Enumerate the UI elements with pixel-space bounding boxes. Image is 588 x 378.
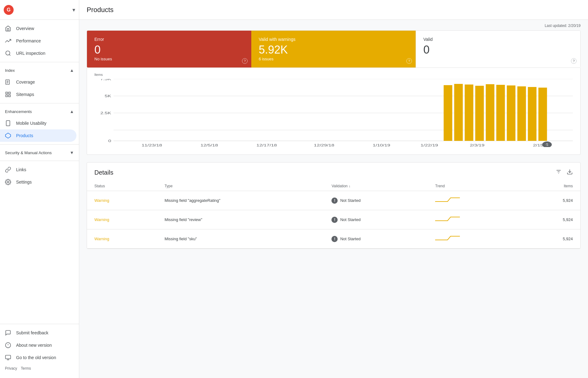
main-content: Products Last updated: 2/20/19 Error 0 N…: [79, 0, 588, 378]
warning-card-help-icon[interactable]: ?: [406, 58, 412, 64]
not-started-icon: !: [331, 236, 338, 242]
nav-divider-2: [0, 103, 79, 103]
page-title: Products: [87, 6, 114, 14]
sidebar-header: G ▾: [0, 0, 79, 20]
sort-icon: ↓: [349, 184, 351, 188]
table-header-row: Status Type Validation ↓ Trend Items: [87, 181, 580, 191]
valid-card[interactable]: Valid 0 ?: [416, 31, 580, 67]
sidebar-chevron-icon[interactable]: ▾: [72, 7, 75, 13]
row-items: 5,924: [521, 229, 580, 249]
row-trend: [428, 229, 521, 249]
sidebar-item-mobile-usability-label: Mobile Usability: [16, 121, 46, 126]
row-trend: [428, 210, 521, 229]
sidebar-item-sitemaps-label: Sitemaps: [16, 92, 34, 97]
warning-card-sub: 6 issues: [259, 57, 408, 61]
sidebar-item-url-inspection[interactable]: URL inspection: [0, 47, 76, 59]
sidebar-item-sitemaps[interactable]: Sitemaps: [0, 88, 76, 101]
valid-card-value: 0: [423, 44, 573, 55]
sidebar-item-about-new-version[interactable]: About new version: [0, 339, 76, 351]
chart-y-label: Items: [94, 73, 573, 76]
chart-svg: 7.5K 5K 2.5K 0: [94, 79, 573, 147]
sidebar-item-products[interactable]: Products: [0, 129, 76, 142]
sidebar-item-products-label: Products: [16, 133, 33, 138]
svg-text:7.5K: 7.5K: [100, 79, 111, 81]
sidebar-item-links[interactable]: Links: [0, 163, 76, 176]
privacy-link[interactable]: Privacy: [5, 366, 17, 371]
index-section-header[interactable]: Index ▲: [0, 65, 79, 76]
details-section: Details: [87, 162, 581, 249]
svg-rect-30: [475, 86, 484, 141]
terms-link[interactable]: Terms: [21, 366, 31, 371]
trend-sparkline: [435, 234, 460, 243]
col-items: Items: [521, 181, 580, 191]
status-cards: Error 0 No issues ? Valid with warnings …: [87, 30, 581, 68]
index-chevron-up-icon: ▲: [70, 68, 74, 73]
error-card-sub: No issues: [94, 57, 244, 61]
sidebar-item-coverage[interactable]: Coverage: [0, 76, 76, 88]
row-validation: !Not Started: [324, 229, 428, 249]
row-status[interactable]: Warning: [87, 229, 157, 249]
table-row[interactable]: WarningMissing field "aggregateRating"!N…: [87, 191, 580, 210]
trend-sparkline: [435, 215, 460, 224]
details-actions: [556, 169, 573, 176]
error-card-help-icon[interactable]: ?: [242, 58, 248, 64]
sidebar-item-settings[interactable]: Settings: [0, 176, 76, 188]
download-icon[interactable]: [567, 169, 573, 176]
error-card-value: 0: [94, 44, 244, 55]
col-validation[interactable]: Validation ↓: [324, 181, 428, 191]
error-card[interactable]: Error 0 No issues ?: [87, 31, 251, 67]
enhancements-section-header[interactable]: Enhancements ▲: [0, 106, 79, 117]
grid-icon: [5, 91, 11, 98]
last-updated: Last updated: 2/20/19: [87, 20, 581, 30]
warning-card[interactable]: Valid with warnings 5.92K 6 issues ?: [251, 31, 416, 67]
security-section-label: Security & Manual Actions: [5, 150, 52, 155]
main-header: Products: [79, 0, 588, 20]
table-row[interactable]: WarningMissing field "sku"!Not Started5,…: [87, 229, 580, 249]
row-status[interactable]: Warning: [87, 191, 157, 210]
col-trend: Trend: [428, 181, 521, 191]
valid-card-help-icon[interactable]: ?: [571, 58, 577, 64]
validation-text: Not Started: [340, 217, 361, 222]
not-started-icon: !: [331, 217, 338, 223]
svg-text:11/23/18: 11/23/18: [141, 143, 162, 147]
security-section-header[interactable]: Security & Manual Actions ▼: [0, 147, 79, 158]
not-started-icon: !: [331, 198, 338, 204]
row-trend: [428, 191, 521, 210]
sidebar: G ▾ Overview Performance: [0, 0, 79, 378]
sidebar-item-overview[interactable]: Overview: [0, 22, 76, 35]
sidebar-item-go-old-version-label: Go to the old version: [16, 355, 56, 360]
svg-text:2/3/19: 2/3/19: [470, 143, 484, 147]
svg-rect-9: [9, 95, 11, 97]
svg-text:0: 0: [108, 139, 111, 143]
svg-rect-31: [486, 84, 495, 141]
svg-rect-32: [496, 85, 505, 141]
sidebar-item-performance[interactable]: Performance: [0, 35, 76, 47]
valid-card-label: Valid: [423, 37, 573, 42]
sidebar-item-settings-label: Settings: [16, 180, 32, 185]
warning-card-value: 5.92K: [259, 44, 408, 55]
info-icon: [5, 342, 11, 348]
row-type: Missing field "sku": [157, 229, 324, 249]
row-type: Missing field "review": [157, 210, 324, 229]
nav-divider-4: [0, 161, 79, 161]
svg-rect-6: [6, 92, 8, 94]
table-row[interactable]: WarningMissing field "review"!Not Starte…: [87, 210, 580, 229]
svg-rect-10: [6, 121, 10, 126]
svg-text:2.5K: 2.5K: [100, 111, 111, 115]
sidebar-item-coverage-label: Coverage: [16, 80, 35, 85]
enhancements-chevron-up-icon: ▲: [70, 109, 74, 114]
sidebar-item-go-old-version[interactable]: Go to the old version: [0, 351, 76, 364]
svg-marker-12: [6, 133, 11, 138]
row-status[interactable]: Warning: [87, 210, 157, 229]
sidebar-item-about-new-version-label: About new version: [16, 343, 52, 348]
row-type: Missing field "aggregateRating": [157, 191, 324, 210]
sidebar-item-submit-feedback[interactable]: Submit feedback: [0, 327, 76, 339]
svg-rect-17: [6, 355, 11, 359]
footer-links: Privacy Terms: [0, 364, 79, 373]
row-validation: !Not Started: [324, 191, 428, 210]
filter-icon[interactable]: [556, 169, 562, 176]
sidebar-item-mobile-usability[interactable]: Mobile Usability: [0, 117, 76, 129]
svg-text:1/10/19: 1/10/19: [373, 143, 390, 147]
svg-rect-28: [454, 84, 463, 141]
chart-container: Items 7.5K 5K 2.5K 0: [87, 68, 581, 155]
